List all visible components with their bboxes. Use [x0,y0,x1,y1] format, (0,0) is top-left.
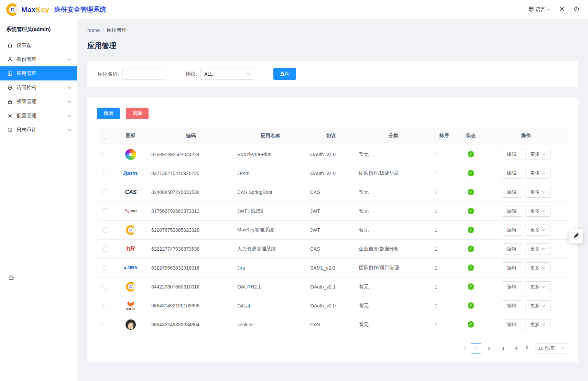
app-table-body: 876892492581044224 RuoYi-Vue-Plus OAuth_… [97,145,568,334]
row-checkbox[interactable] [102,322,108,327]
more-button[interactable]: 更多 [525,243,551,254]
sidebar-item-configuration[interactable]: 配置管理 [0,109,77,123]
page-button-4[interactable]: 4 [511,343,521,353]
row-checkbox[interactable] [102,265,108,271]
app-category: 暂无 [356,220,431,239]
next-page-button[interactable] [524,344,530,352]
page-size-select[interactable]: 10 条/页 [535,343,568,353]
gitlab-logo-icon: GitLab [117,300,144,311]
chevron-down-icon [68,87,71,89]
status-active-icon [468,246,474,252]
edit-button[interactable]: 编辑 [502,319,522,330]
breadcrumb-home-link[interactable]: home [87,28,100,33]
edit-button[interactable]: 编辑 [502,225,522,236]
settings-button[interactable] [559,6,565,13]
more-button[interactable]: 更多 [525,206,551,217]
app-protocol: OAuth_v2.0 [307,164,356,183]
edit-button[interactable]: 编辑 [502,168,522,179]
sidebar-item-dashboard[interactable]: 仪表盘 [0,38,77,52]
edit-button[interactable]: 编辑 [502,243,522,254]
status-active-icon [468,321,474,328]
status-active-icon [468,170,474,176]
app-name: Jira [234,258,307,277]
row-checkbox[interactable] [102,227,108,233]
sidebar-item-access-control[interactable]: 访问控制 [0,80,77,95]
delete-button[interactable]: 删除 [126,108,149,119]
pen-sparkle-icon [573,232,580,240]
protocol-label: 协议: [186,71,197,77]
app-sort: 1 [431,164,457,183]
more-button[interactable]: 更多 [525,300,551,311]
select-all-checkbox[interactable] [102,133,108,139]
protocol-select[interactable]: ALL [200,68,254,80]
search-button[interactable]: 查询 [273,68,296,80]
collapse-sidebar-button[interactable] [8,274,14,282]
row-checkbox[interactable] [102,171,108,176]
more-button[interactable]: 更多 [525,281,551,292]
page-button-2[interactable]: 2 [484,343,494,353]
chevron-down-icon [542,267,545,269]
applications-table: 图标 编码 应用名称 协议 分类 排序 状态 操作 87689249258104… [97,127,568,334]
logout-button[interactable] [574,6,580,13]
edit-button[interactable]: 编辑 [502,206,522,217]
chevron-left-icon [464,346,466,351]
chevron-down-icon [542,324,545,326]
sidebar-item-identity[interactable]: 身份管理 [0,52,77,66]
prev-page-button[interactable] [462,344,468,352]
app-name-input[interactable] [122,68,166,80]
gear-icon [559,6,565,13]
more-button[interactable]: 更多 [525,149,551,160]
language-switcher[interactable]: 语言 [528,6,551,13]
app-protocol: SAML_v2.0 [307,258,356,277]
page-button-1[interactable]: 1 [471,343,481,353]
sidebar-item-applications[interactable]: 应用管理 [0,66,77,80]
row-checkbox[interactable] [102,284,108,290]
jira-logo-icon: ◆JIRA [117,265,144,270]
col-header-icon: 图标 [113,127,148,145]
current-user: 系统管理员(admin) [0,19,77,38]
row-checkbox[interactable] [102,208,108,214]
page-size-value: 10 条/页 [538,345,555,351]
protocol-select-value: ALL [204,71,213,77]
edit-button[interactable]: 编辑 [502,187,522,198]
more-button[interactable]: 更多 [525,319,551,330]
app-code: 622076759805923328 [148,220,234,239]
top-bar: MaxKey 身份安全管理系统 语言 [0,0,588,19]
more-button[interactable]: 更多 [525,187,551,198]
more-button[interactable]: 更多 [525,225,551,236]
row-checkbox[interactable] [102,189,108,195]
app-sort: 1 [431,277,457,296]
edit-button[interactable]: 编辑 [502,281,522,292]
chevron-down-icon [542,229,545,231]
ruoyi-logo-icon [117,149,144,160]
edit-button[interactable]: 编辑 [502,300,522,311]
sidebar-item-permissions[interactable]: 权限管理 [0,95,77,109]
edit-button[interactable]: 编辑 [502,149,522,160]
table-row: C 622076759805923328 MaxKey管理系统 JWT 暂无 1… [97,220,568,239]
status-active-icon [468,283,474,290]
edit-button[interactable]: 编辑 [502,262,522,273]
col-header-actions: 操作 [484,127,568,145]
app-name: GitLab [234,296,307,315]
sidebar-item-label: 访问控制 [17,84,36,91]
row-checkbox[interactable] [102,246,108,252]
status-active-icon [468,189,474,195]
page-button-3[interactable]: 3 [498,343,508,353]
app-name-label: 应用名称: [98,71,119,77]
add-button[interactable]: 新增 [97,108,120,119]
app-category: 企业服务/数据分析 [356,239,431,258]
floating-annotation-tool-button[interactable] [569,229,583,243]
page-title: 应用管理 [87,41,578,51]
row-checkbox[interactable] [102,303,108,308]
app-sort: 1 [431,315,457,334]
chevron-down-icon [542,286,545,288]
row-checkbox[interactable] [102,152,108,157]
more-button[interactable]: 更多 [525,262,551,273]
chevron-down-icon [542,210,545,212]
col-header-code: 编码 [148,127,234,145]
sidebar-item-audit-log[interactable]: 日志审计 [0,123,77,137]
jpom-logo-icon: Jpom. [117,170,144,176]
breadcrumb-separator: / [102,28,104,33]
more-button[interactable]: 更多 [525,168,551,179]
chevron-right-icon [526,346,529,351]
